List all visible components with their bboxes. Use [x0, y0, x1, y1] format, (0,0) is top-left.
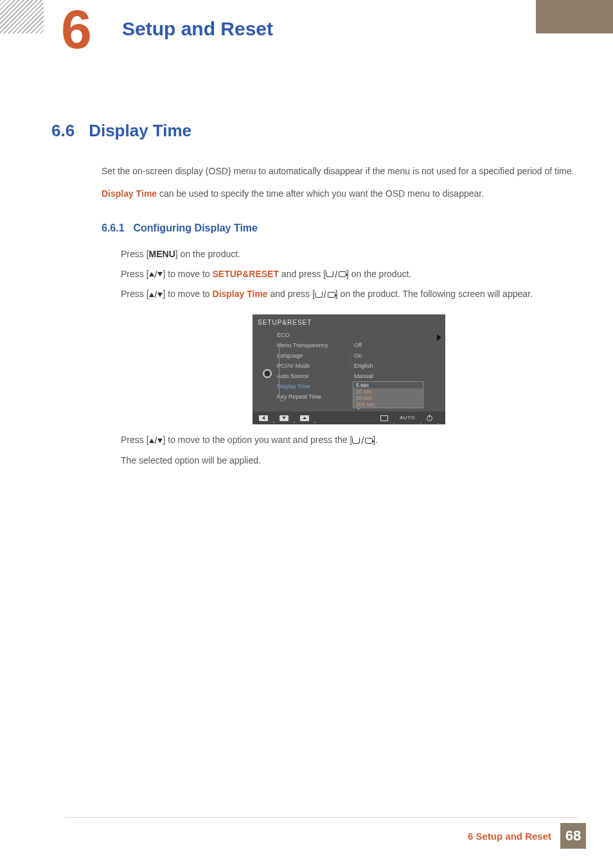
step-1: Press [MENU] on the product. [121, 246, 577, 262]
osd-row-language: Language:On [277, 351, 440, 361]
txt: and press [ [268, 289, 315, 299]
osd-val: Off [354, 341, 440, 351]
osd-popup: 5 sec 10 sec 20 sec 200 sec [353, 381, 423, 408]
txt: Press [ [121, 435, 149, 445]
popup-opt-200sec: 200 sec [353, 401, 423, 408]
step-3: Press [/] to move to Display Time and pr… [121, 286, 577, 303]
footer-rule [64, 817, 578, 818]
down-nav-icon [280, 415, 289, 421]
osd-label: PC/AV Mode [277, 361, 348, 372]
kw: SETUP&RESET [213, 269, 279, 279]
enter-icon: / [352, 433, 373, 449]
txt: ]. [373, 435, 378, 445]
footer-text: 6 Setup and Reset [468, 831, 551, 842]
up-down-icon: / [149, 267, 163, 283]
section-heading: 6.6 Display Time [51, 121, 191, 141]
intro-p2-rest: can be used to specify the time after wh… [157, 188, 484, 199]
osd-label: Auto Source [277, 372, 348, 382]
header-hatch [0, 0, 44, 33]
gear-icon [262, 368, 273, 379]
txt: ] to move to [163, 289, 212, 299]
step-5: The selected option will be applied. [121, 453, 577, 469]
power-icon [427, 415, 432, 421]
enter-icon: / [315, 287, 335, 303]
osd-row-autosource: Auto Source:Manual [277, 372, 440, 382]
txt: ] on the product. [346, 269, 411, 279]
osd-row-eco: ECO [277, 330, 440, 341]
step-list: Press [MENU] on the product. Press [/] t… [121, 246, 577, 468]
txt: The selected option will be applied. [121, 453, 577, 469]
sep: : [348, 351, 354, 361]
intro-p1: Set the on-screen display (OSD) menu to … [102, 163, 577, 179]
subsection-number: 6.6.1 [102, 222, 125, 233]
txt: ] on the product. The following screen w… [335, 289, 533, 299]
chapter-title: Setup and Reset [122, 18, 273, 40]
txt: Press [ [121, 249, 149, 259]
txt: ] on the product. [175, 249, 240, 259]
section-number: 6.6 [51, 121, 75, 141]
osd-label: Display Time [277, 382, 348, 392]
menu-word: MENU [149, 249, 175, 259]
left-nav-icon [259, 415, 268, 421]
chapter-number: 6 [61, 1, 89, 57]
step-4: Press [/] to move to the option you want… [121, 432, 577, 449]
step-2: Press [/] to move to SETUP&RESET and pre… [121, 266, 577, 283]
osd-val: Manual [354, 372, 440, 382]
kw: Display Time [213, 289, 268, 299]
subsection-heading: 6.6.1 Configuring Display Time [102, 219, 577, 237]
txt: and press [ [279, 269, 326, 279]
txt: ] to move to [163, 269, 212, 279]
page-footer: 6 Setup and Reset 68 [468, 823, 586, 849]
osd-label: Menu Transparency [277, 341, 348, 351]
up-nav-icon [300, 415, 309, 421]
up-down-icon: / [149, 287, 163, 303]
sep: : [348, 372, 354, 382]
txt: Press [ [121, 269, 149, 279]
auto-label: AUTO [400, 413, 415, 422]
subsection-title: Configuring Display Time [133, 222, 258, 233]
header-band [536, 0, 613, 33]
osd-screenshot: SETUP&RESET ECO Menu Transparency:Off [253, 314, 445, 425]
intro-keyword: Display Time [102, 188, 157, 199]
osd-label: ECO [277, 330, 348, 341]
section-body: Set the on-screen display (OSD) menu to … [102, 163, 577, 472]
osd-label: Language [277, 351, 348, 361]
osd-label: Key Repeat Time [277, 392, 348, 402]
enter-icon: / [326, 267, 346, 283]
osd-val: English [354, 361, 440, 372]
chapter-badge: 6 [50, 4, 100, 54]
osd-footer: AUTO [253, 411, 445, 424]
sep: : [348, 361, 354, 372]
osd-title: SETUP&RESET [253, 314, 445, 331]
section-title: Display Time [89, 121, 191, 141]
intro-p2: Display Time can be used to specify the … [102, 186, 577, 202]
osd-row-transparency: Menu Transparency:Off [277, 341, 440, 351]
popup-opt-20sec: 20 sec [353, 395, 423, 401]
popup-opt-10sec: 10 sec [353, 388, 423, 395]
osd-val: On [354, 351, 440, 361]
sep: : [348, 341, 354, 351]
tree-line [279, 343, 285, 401]
popup-opt-5sec: 5 sec [353, 382, 423, 388]
txt: ] to move to the option you want and pre… [163, 435, 352, 445]
up-down-icon: / [149, 433, 163, 449]
return-icon [380, 415, 388, 421]
osd-row-pcav: PC/AV Mode:English [277, 361, 440, 372]
txt: Press [ [121, 289, 149, 299]
page-number: 68 [560, 823, 586, 849]
